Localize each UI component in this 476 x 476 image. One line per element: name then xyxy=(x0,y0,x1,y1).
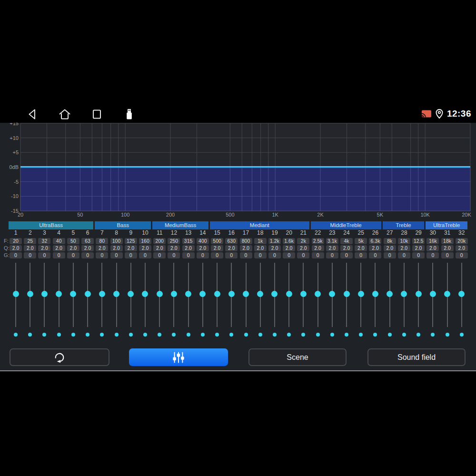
gain-value[interactable]: 0 xyxy=(182,252,195,258)
channel-dot[interactable] xyxy=(14,333,18,337)
gain-value[interactable]: 0 xyxy=(24,252,36,258)
channel-dot[interactable] xyxy=(201,333,205,337)
channel-dot[interactable] xyxy=(301,333,305,337)
freq-value[interactable]: 25 xyxy=(24,238,36,244)
reset-button[interactable] xyxy=(10,348,109,366)
q-value[interactable]: 2.0 xyxy=(38,245,50,251)
slider-knob[interactable] xyxy=(228,291,235,297)
q-value[interactable]: 2.0 xyxy=(53,245,65,251)
q-value[interactable]: 2.0 xyxy=(441,245,454,251)
channel-dot[interactable] xyxy=(345,333,348,337)
gain-value[interactable]: 0 xyxy=(426,252,439,258)
freq-value[interactable]: 1k xyxy=(254,238,267,244)
freq-value[interactable]: 18k xyxy=(441,238,454,244)
q-value[interactable]: 2.0 xyxy=(340,245,353,251)
slider-knob[interactable] xyxy=(113,291,119,297)
gain-value[interactable]: 0 xyxy=(96,252,108,258)
freq-value[interactable]: 5k xyxy=(355,238,367,244)
freq-value[interactable]: 12.5 xyxy=(412,238,425,244)
freq-value[interactable]: 20 xyxy=(10,238,22,244)
freq-value[interactable]: 100 xyxy=(110,238,123,244)
q-value[interactable]: 2.0 xyxy=(283,245,295,251)
gain-value[interactable]: 0 xyxy=(340,252,353,258)
q-value[interactable]: 2.0 xyxy=(67,245,79,251)
q-value[interactable]: 2.0 xyxy=(240,245,252,251)
slider-knob[interactable] xyxy=(142,291,148,297)
gain-value[interactable]: 0 xyxy=(240,252,252,258)
q-value[interactable]: 2.0 xyxy=(326,245,338,251)
channel-dot[interactable] xyxy=(115,333,119,337)
channel-dot[interactable] xyxy=(431,333,435,337)
gain-value[interactable]: 0 xyxy=(81,252,94,258)
slider-knob[interactable] xyxy=(358,291,364,297)
q-value[interactable]: 2.0 xyxy=(355,245,367,251)
slider-knob[interactable] xyxy=(401,291,407,297)
freq-value[interactable]: 2.5k xyxy=(312,238,324,244)
channel-dot[interactable] xyxy=(316,333,320,337)
gain-value[interactable]: 0 xyxy=(38,252,50,258)
gain-value[interactable]: 0 xyxy=(168,252,180,258)
gain-value[interactable]: 0 xyxy=(125,252,137,258)
recents-icon[interactable] xyxy=(89,108,104,120)
gain-value[interactable]: 0 xyxy=(326,252,338,258)
q-value[interactable]: 2.0 xyxy=(182,245,195,251)
freq-value[interactable]: 50 xyxy=(67,238,79,244)
slider-knob[interactable] xyxy=(444,291,450,297)
gain-value[interactable]: 0 xyxy=(312,252,324,258)
channel-dot[interactable] xyxy=(359,333,363,337)
channel-dot[interactable] xyxy=(172,333,176,337)
q-value[interactable]: 2.0 xyxy=(211,245,223,251)
channel-dot[interactable] xyxy=(215,333,219,337)
scene-button[interactable]: Scene xyxy=(248,348,347,366)
gain-value[interactable]: 0 xyxy=(225,252,238,258)
q-value[interactable]: 2.0 xyxy=(110,245,123,251)
slider-knob[interactable] xyxy=(99,291,105,297)
slider-knob[interactable] xyxy=(458,291,465,297)
slider-knob[interactable] xyxy=(416,291,422,297)
q-value[interactable]: 2.0 xyxy=(225,245,238,251)
slider-knob[interactable] xyxy=(271,291,278,297)
channel-dot[interactable] xyxy=(258,333,262,337)
freq-value[interactable]: 1.6k xyxy=(283,238,295,244)
q-value[interactable]: 2.0 xyxy=(426,245,439,251)
freq-value[interactable]: 8k xyxy=(384,238,396,244)
slider-knob[interactable] xyxy=(243,291,249,297)
freq-value[interactable]: 315 xyxy=(182,238,195,244)
slider-knob[interactable] xyxy=(27,291,33,297)
channel-dot[interactable] xyxy=(28,333,32,337)
slider-knob[interactable] xyxy=(41,291,48,297)
slider-knob[interactable] xyxy=(257,291,263,297)
freq-value[interactable]: 125 xyxy=(125,238,137,244)
freq-value[interactable]: 400 xyxy=(197,238,209,244)
equalizer-button[interactable] xyxy=(129,348,228,366)
gain-value[interactable]: 0 xyxy=(139,252,151,258)
gain-value[interactable]: 0 xyxy=(110,252,123,258)
slider-knob[interactable] xyxy=(315,291,321,297)
q-value[interactable]: 2.0 xyxy=(96,245,108,251)
channel-dot[interactable] xyxy=(143,333,147,337)
q-value[interactable]: 2.0 xyxy=(384,245,396,251)
slider-knob[interactable] xyxy=(70,291,76,297)
channel-dot[interactable] xyxy=(42,333,46,337)
channel-dot[interactable] xyxy=(71,333,75,337)
gain-value[interactable]: 0 xyxy=(441,252,454,258)
slider-knob[interactable] xyxy=(430,291,436,297)
usb-drive-icon[interactable] xyxy=(122,108,136,120)
slider-knob[interactable] xyxy=(185,291,191,297)
slider-knob[interactable] xyxy=(85,291,91,297)
q-value[interactable]: 2.0 xyxy=(297,245,309,251)
q-value[interactable]: 2.0 xyxy=(456,245,468,251)
q-value[interactable]: 2.0 xyxy=(268,245,281,251)
channel-dot[interactable] xyxy=(330,333,334,337)
slider-knob[interactable] xyxy=(286,291,292,297)
gain-value[interactable]: 0 xyxy=(398,252,410,258)
gain-value[interactable]: 0 xyxy=(53,252,65,258)
channel-dot[interactable] xyxy=(373,333,377,337)
gain-value[interactable]: 0 xyxy=(67,252,79,258)
gain-value[interactable]: 0 xyxy=(283,252,295,258)
channel-dot[interactable] xyxy=(229,333,233,337)
q-value[interactable]: 2.0 xyxy=(398,245,410,251)
freq-value[interactable]: 2k xyxy=(297,238,309,244)
gain-value[interactable]: 0 xyxy=(197,252,209,258)
sound-field-button[interactable]: Sound field xyxy=(367,348,466,366)
